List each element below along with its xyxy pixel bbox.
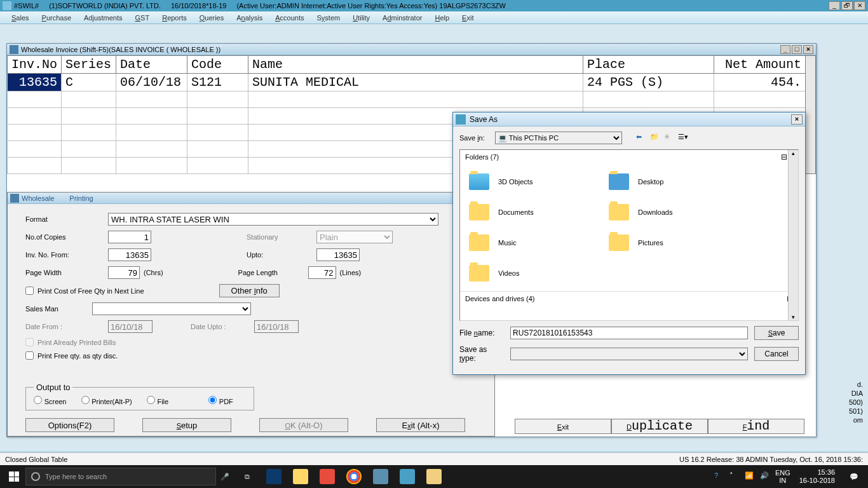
menu-adjustments[interactable]: Adjustments (78, 13, 129, 23)
savetype-select[interactable] (510, 348, 748, 360)
exit-print-button[interactable]: Exit (Alt-x) (376, 418, 465, 432)
clock[interactable]: 15:36 16-10-2018 (796, 468, 839, 485)
col-place[interactable]: Place (583, 56, 714, 74)
grid-scrollbar[interactable] (806, 56, 816, 174)
col-date[interactable]: Date (116, 56, 187, 74)
saveas-close-icon[interactable]: × (791, 114, 803, 125)
table-row[interactable]: 13635 C 06/10/18 S121 SUNITA MEDICAL 24 … (8, 74, 816, 92)
menu-admin[interactable]: Adminstrator (376, 13, 428, 23)
close-button[interactable]: ✕ (854, 1, 865, 10)
up-folder-icon[interactable]: 📁 (650, 133, 660, 143)
radio-pdf-label[interactable]: PDF (208, 396, 233, 406)
salesman-select[interactable] (92, 302, 251, 315)
menu-utility[interactable]: Utility (346, 13, 376, 23)
minimize-icon[interactable]: _ (780, 45, 790, 54)
menu-system[interactable]: System (310, 13, 346, 23)
menu-reports[interactable]: Reports (156, 13, 193, 23)
chk-free-cost[interactable] (25, 287, 34, 295)
menu-accounts[interactable]: Accounts (269, 13, 310, 23)
table-row[interactable] (8, 92, 816, 108)
taskbar-app[interactable] (367, 466, 394, 487)
menu-queries[interactable]: Queries (193, 13, 231, 23)
status-left: Closed Global Table (5, 456, 67, 463)
cell-series[interactable]: C (62, 74, 116, 92)
col-series[interactable]: Series (62, 56, 116, 74)
folder-item[interactable]: Downloads (605, 197, 745, 227)
format-select[interactable]: WH. INTRA STATE LASER WIN (108, 213, 438, 226)
taskbar-app-explorer[interactable] (287, 466, 314, 487)
folder-item[interactable]: Music (465, 227, 605, 258)
help-tray-icon[interactable]: ? (714, 471, 724, 482)
restore-button[interactable]: 🗗 (841, 1, 853, 10)
radio-pdf[interactable] (208, 396, 217, 404)
tray-up-icon[interactable]: ˄ (729, 471, 740, 482)
folder-item[interactable]: Videos (465, 258, 605, 288)
lang1[interactable]: ENG (775, 469, 790, 477)
mic-icon[interactable]: 🎤 (216, 468, 234, 485)
pagelength-input[interactable] (308, 266, 336, 279)
otherinfo-button[interactable]: Other Info (219, 284, 280, 297)
savein-select[interactable]: 💻 This PCThis PC (495, 132, 622, 144)
setup-button[interactable]: Setup (142, 418, 231, 432)
menu-sales[interactable]: Sales (5, 13, 36, 23)
volume-icon[interactable]: 🔊 (760, 471, 770, 482)
cell-name[interactable]: SUNITA MEDICAL (248, 74, 583, 92)
radio-file-label[interactable]: File (147, 396, 168, 406)
folder-item[interactable]: Pictures (605, 227, 745, 258)
cell-invno[interactable]: 13635 (8, 74, 62, 92)
radio-printer-label[interactable]: Printer(Alt-P) (81, 396, 132, 406)
col-invno[interactable]: Inv.No (8, 56, 62, 74)
menu-exit[interactable]: Exit (456, 13, 480, 23)
notification-icon[interactable]: 💬 (843, 468, 865, 485)
pagewidth-input[interactable] (108, 266, 140, 279)
menu-analysis[interactable]: Analysis (230, 13, 269, 23)
menu-help[interactable]: Help (428, 13, 456, 23)
exit-button[interactable]: Exit (515, 419, 611, 434)
cell-place[interactable]: 24 PGS (S) (583, 74, 714, 92)
new-folder-icon[interactable]: ✳ (664, 133, 674, 143)
radio-screen-label[interactable]: Screen (34, 396, 66, 406)
taskbar-app[interactable] (314, 466, 341, 487)
lang2[interactable]: IN (775, 477, 790, 484)
cancel-button[interactable]: Cancel (754, 347, 799, 361)
task-view-icon[interactable]: ⧉ (234, 466, 261, 487)
menu-purchase[interactable]: Purchase (36, 13, 78, 23)
col-name[interactable]: Name (248, 56, 583, 74)
taskbar-app-chrome[interactable] (341, 466, 367, 487)
folder-item[interactable]: Desktop (605, 166, 745, 197)
minimize-button[interactable]: _ (829, 1, 840, 10)
cell-date[interactable]: 06/10/18 (116, 74, 187, 92)
menu-gst[interactable]: GST (129, 13, 156, 23)
cell-amount[interactable]: 454. (714, 74, 806, 92)
close-icon[interactable]: × (803, 45, 813, 54)
folder-item[interactable]: Documents (465, 197, 605, 227)
upto-input[interactable] (316, 248, 360, 261)
back-icon[interactable]: ⬅ (636, 133, 646, 143)
taskbar-app-paint[interactable] (421, 466, 447, 487)
copies-input[interactable] (108, 231, 151, 243)
col-code[interactable]: Code (187, 56, 248, 74)
invfrom-input[interactable] (108, 248, 151, 261)
find-button[interactable]: Find (708, 419, 804, 434)
start-button[interactable] (3, 468, 25, 485)
save-button[interactable]: Save (754, 326, 799, 340)
radio-printer[interactable] (81, 396, 90, 404)
filename-input[interactable] (510, 327, 748, 339)
search-box[interactable]: Type here to search (25, 468, 216, 485)
duplicate-button[interactable]: Duplicate (611, 419, 708, 434)
cell-code[interactable]: S121 (187, 74, 248, 92)
folder-item[interactable]: 3D Objects (465, 166, 605, 197)
file-pane-scrollbar[interactable]: ▴▾ (788, 150, 798, 320)
view-menu-icon[interactable]: ☰▾ (678, 133, 688, 143)
options-button[interactable]: Options(F2) (25, 418, 114, 432)
taskbar-app-swil[interactable] (394, 466, 421, 487)
radio-screen[interactable] (34, 396, 42, 404)
chk-freeqty[interactable] (25, 351, 34, 360)
maximize-icon[interactable]: □ (792, 45, 802, 54)
network-icon[interactable]: 📶 (745, 471, 755, 482)
collapse-icon[interactable]: ⊟ (781, 152, 787, 161)
taskbar-app[interactable] (261, 466, 287, 487)
file-pane[interactable]: Folders (7) ⊟ ▴ 3D Objects Desktop Docum… (459, 149, 799, 321)
col-amount[interactable]: Net Amount (714, 56, 806, 74)
radio-file[interactable] (147, 396, 155, 404)
